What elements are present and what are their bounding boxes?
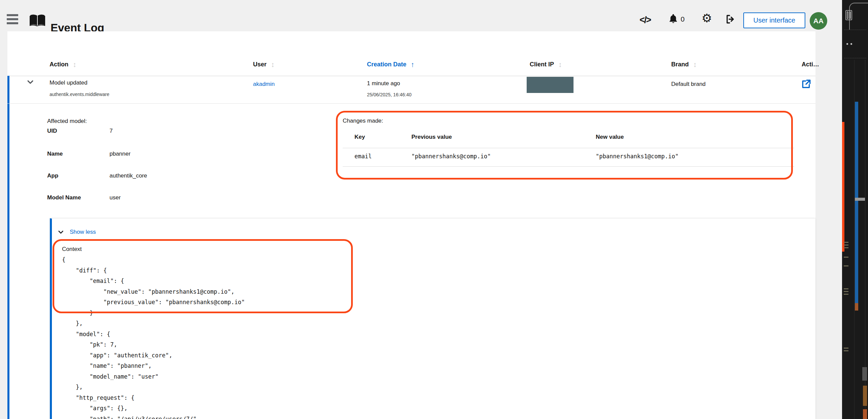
- divider: [844, 30, 866, 30]
- column-header-user[interactable]: User ↕: [253, 61, 275, 68]
- event-brand: Default brand: [671, 81, 706, 88]
- divider: [865, 60, 866, 419]
- client-ip-redaction-box: [527, 77, 574, 93]
- adjacent-window-edge: [842, 0, 868, 419]
- minimap-texture: [844, 288, 848, 289]
- sort-icon: ↕: [558, 62, 562, 68]
- affected-model-label: Affected model:: [47, 118, 87, 125]
- changes-title: Changes made:: [343, 118, 383, 124]
- divider: [844, 58, 866, 58]
- masthead: Event Log </> 0 ⚙ User interface AA: [0, 0, 868, 31]
- sign-out-icon[interactable]: [725, 14, 735, 26]
- sort-ascending-icon: ↑: [411, 62, 414, 68]
- minimap-texture: [844, 350, 848, 351]
- sidebar-toggle-button[interactable]: [7, 13, 20, 27]
- scrollbar-thumb[interactable]: [855, 198, 865, 201]
- minimap-texture: [844, 247, 848, 248]
- event-created-relative: 1 minute ago: [367, 80, 400, 87]
- column-header-client-ip[interactable]: Client IP ↕: [530, 61, 562, 68]
- chevron-down-icon: [27, 79, 34, 86]
- field-label: Name: [47, 151, 63, 157]
- minimap-accent-bar: [855, 102, 858, 303]
- chevron-down-icon: [58, 229, 64, 235]
- notification-count: 0: [681, 15, 685, 23]
- column-header-actions: Acti…: [802, 61, 819, 68]
- event-action: Model updated: [50, 79, 87, 86]
- event-table-card: Action ↕ User ↕ Creation Date ↑ Client I…: [7, 31, 815, 419]
- book-logo-icon: [30, 14, 45, 27]
- changes-previous-value: "pbannershanks@comp.io": [411, 153, 491, 160]
- columns-layout-icon: [845, 10, 852, 20]
- field-value: authentik_core: [110, 172, 147, 179]
- share-square-icon: [801, 79, 811, 89]
- app-window: Event Log </> 0 ⚙ User interface AA: [0, 0, 868, 419]
- event-context-panel: Show less Context { "diff": { "email": {…: [50, 218, 815, 419]
- event-app: authentik.events.middleware: [50, 92, 109, 97]
- user-interface-button[interactable]: User interface: [743, 12, 805, 28]
- dot-decoration: [846, 43, 848, 45]
- notifications-button[interactable]: 0: [669, 14, 685, 25]
- changes-new-value: "pbannershanks1@comp.io": [596, 153, 679, 160]
- divider: [7, 76, 815, 76]
- column-header-creation-date[interactable]: Creation Date ↑: [367, 61, 414, 68]
- minimap-texture: [844, 265, 848, 266]
- minimap-texture: [844, 291, 848, 292]
- minimap-texture: [844, 242, 848, 243]
- event-created-absolute: 25/06/2025, 16:46:40: [367, 92, 411, 97]
- context-code-title: Context: [62, 246, 82, 253]
- sort-icon: ↕: [693, 62, 697, 68]
- minimap-marker: [855, 303, 858, 311]
- changes-col-previous: Previous value: [411, 134, 452, 140]
- minimap-texture: [844, 245, 848, 246]
- divider: [7, 103, 815, 104]
- field-value: user: [110, 194, 121, 201]
- field-label: UID: [47, 128, 57, 134]
- event-user-link[interactable]: akadmin: [253, 81, 275, 88]
- minimap-texture: [863, 386, 867, 406]
- field-value: 7: [110, 128, 113, 134]
- column-header-brand[interactable]: Brand ↕: [671, 61, 697, 68]
- bell-icon: [669, 14, 678, 25]
- dot-decoration: [850, 43, 852, 45]
- minimap-texture: [844, 348, 848, 349]
- api-browser-icon[interactable]: </>: [640, 15, 651, 25]
- open-event-button[interactable]: [801, 79, 811, 90]
- minimap-texture: [863, 409, 867, 419]
- show-less-label: Show less: [70, 229, 96, 235]
- sort-icon: ↕: [73, 62, 76, 68]
- show-less-toggle[interactable]: Show less: [58, 229, 96, 235]
- divider: [854, 60, 855, 419]
- divider: [343, 166, 794, 167]
- annotation-box-changes: [336, 111, 793, 180]
- field-label: App: [47, 172, 58, 179]
- gear-icon[interactable]: ⚙: [702, 12, 712, 24]
- minimap-texture: [844, 294, 848, 295]
- changes-col-key: Key: [354, 134, 365, 140]
- changes-col-new: New value: [596, 134, 624, 140]
- sort-icon: ↕: [271, 62, 275, 68]
- avatar[interactable]: AA: [810, 12, 827, 30]
- field-value: pbanner: [110, 151, 130, 157]
- minimap-annotation-bar: [842, 122, 844, 252]
- column-header-action[interactable]: Action ↕: [50, 61, 76, 68]
- minimap-texture: [844, 257, 848, 258]
- divider: [343, 148, 794, 148]
- changes-key: email: [354, 153, 372, 160]
- minimap-texture: [862, 367, 867, 381]
- menu-icon: [7, 14, 18, 16]
- context-code-block: { "diff": { "email": { "new_value": "pba…: [62, 255, 245, 419]
- collapse-row-button[interactable]: [27, 79, 34, 87]
- field-label: Model Name: [47, 194, 81, 201]
- expanded-row-indicator: [7, 76, 9, 419]
